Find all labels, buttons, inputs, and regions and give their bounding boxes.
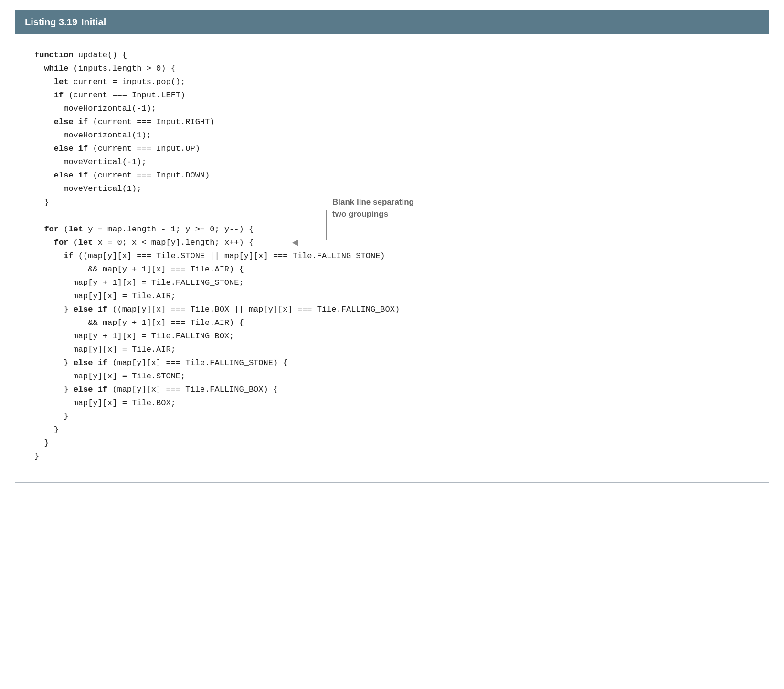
listing-header: Listing 3.19 Initial bbox=[15, 10, 769, 34]
annotation-text-block: Blank line separating two groupings bbox=[332, 197, 414, 220]
annotation-connector bbox=[292, 210, 327, 246]
vertical-line bbox=[326, 210, 327, 240]
annotation-line1: Blank line separating bbox=[332, 197, 414, 209]
horizontal-arrow bbox=[292, 240, 327, 246]
h-line bbox=[298, 243, 327, 243]
arrow-head-left bbox=[292, 240, 298, 246]
code-block: function update() { while (inputs.length… bbox=[34, 49, 750, 463]
code-area: function update() { while (inputs.length… bbox=[15, 34, 769, 482]
annotation-wrapper: Blank line separating two groupings bbox=[292, 192, 414, 246]
listing-header-label: Listing 3.19 bbox=[25, 17, 77, 28]
annotation-line2: two groupings bbox=[332, 209, 414, 220]
listing-header-title: Initial bbox=[81, 17, 106, 28]
listing-container: Listing 3.19 Initial function update() {… bbox=[15, 10, 769, 483]
